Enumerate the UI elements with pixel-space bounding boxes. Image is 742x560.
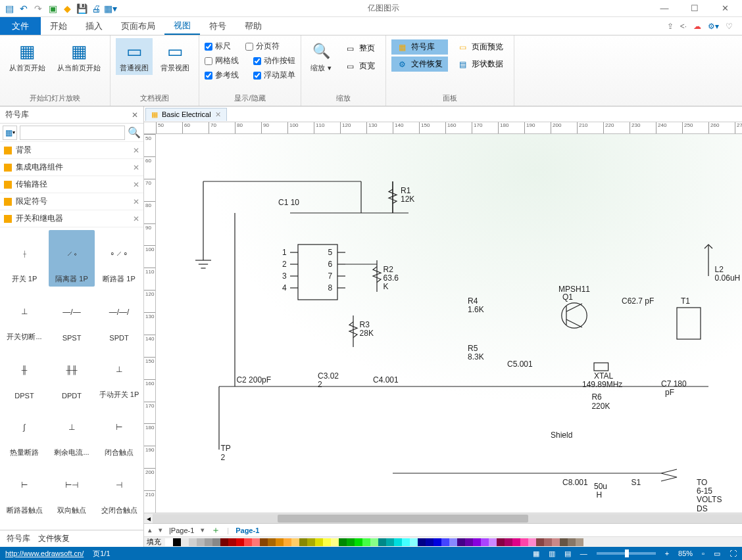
zoom-value[interactable]: 85% [678,549,693,557]
redo-icon[interactable]: ↷ [32,2,45,15]
color-swatch[interactable] [410,538,418,546]
sidebar-tab-restore[interactable]: 文件恢复 [38,533,70,544]
color-swatch[interactable] [473,538,481,546]
color-swatch[interactable] [449,538,457,546]
color-swatch[interactable] [299,538,307,546]
scroll-left-icon[interactable]: ◂ [147,514,151,523]
color-swatch[interactable] [481,538,489,546]
color-swatch[interactable] [355,538,362,546]
color-swatch[interactable] [347,538,355,546]
shape-data-button[interactable]: ▤形状数据 [452,57,508,72]
page-up-icon[interactable]: ▴ [148,526,152,534]
new-icon[interactable]: ▣ [46,2,59,15]
color-swatch[interactable] [165,538,173,546]
from-first-button[interactable]: ▦ 从首页开始 [5,38,49,75]
menu-tab-symbol[interactable]: 符号 [200,17,235,35]
color-swatch[interactable] [189,538,197,546]
menu-tab-layout[interactable]: 页面布局 [112,17,164,35]
shape-cell[interactable]: ∫热量断路 [1,404,47,460]
shape-cell[interactable]: —/—SPST [49,288,95,344]
color-swatch[interactable] [497,538,505,546]
print-icon[interactable]: 🖨 [89,2,103,15]
color-swatch[interactable] [228,538,236,546]
color-swatch[interactable] [528,538,536,546]
color-swatch[interactable] [220,538,228,546]
shape-cell[interactable]: ⊥开关切断... [1,288,47,344]
category-close-icon[interactable]: ✕ [133,163,139,172]
horizontal-scrollbar[interactable]: ◂ ▸ [144,513,742,523]
color-swatch[interactable] [323,538,331,546]
zoom-button[interactable]: 🔍 缩放 ▾ [307,38,335,75]
horizontal-ruler[interactable]: 5060708090100110120130140150160170180190… [144,122,742,134]
pagebreak-checkbox[interactable]: 分页符 [245,41,280,52]
share-link-icon[interactable]: <· [680,22,687,31]
color-swatch[interactable] [512,538,520,546]
save-icon[interactable]: 💾 [75,2,88,15]
search-input[interactable] [20,126,125,140]
menu-tab-help[interactable]: 帮助 [235,17,271,35]
scrollbar-track[interactable] [153,514,742,523]
category-selector[interactable]: ▦▾ [3,126,17,140]
shape-cell[interactable]: ⟊开关 1P [1,230,47,287]
color-swatch[interactable] [544,538,552,546]
background-view-button[interactable]: ▭ 背景视图 [157,38,193,75]
shape-cell[interactable]: ∘⟋∘断路器 1P [96,230,142,287]
color-swatch[interactable] [520,538,528,546]
actionbtn-checkbox[interactable]: 动作按钮 [253,55,295,66]
file-restore-button[interactable]: ⚙文件恢复 [391,57,448,72]
color-swatch[interactable] [291,538,299,546]
guide-checkbox[interactable]: 参考线 [205,70,239,81]
color-swatch[interactable] [536,538,544,546]
color-swatch[interactable] [181,538,189,546]
fit-icon2[interactable]: ▭ [714,549,720,558]
drawing-page[interactable]: C1 10 R112K 1234 5678 R263.6K R328K C2 2… [156,134,742,513]
page-label-2[interactable]: Page-1 [235,526,259,534]
color-swatch[interactable] [568,538,576,546]
color-swatch[interactable] [252,538,260,546]
color-swatch[interactable] [433,538,441,546]
color-swatch[interactable] [268,538,276,546]
view-mode1-icon[interactable]: ▦ [533,549,539,558]
undo-icon[interactable]: ↶ [17,2,30,15]
shape-cell[interactable]: ⟋∘隔离器 1P [49,230,95,287]
fit-page-button[interactable]: ▭整页 [339,41,380,56]
color-swatch[interactable] [370,538,378,546]
floatmenu-checkbox[interactable]: 浮动菜单 [253,70,295,81]
color-swatch[interactable] [197,538,205,546]
logo-icon[interactable]: ▤ [3,2,16,15]
color-swatch[interactable] [426,538,433,546]
color-swatch[interactable] [576,538,583,546]
shape-cell[interactable]: ⊢断路器触点 [1,461,47,518]
color-swatch[interactable] [378,538,386,546]
sidebar-category[interactable]: 集成电路组件✕ [0,159,143,176]
sidebar-category[interactable]: 限定符号✕ [0,193,143,210]
zoom-slider[interactable] [597,552,656,555]
shape-cell[interactable]: ⊣交闭合触点 [96,461,142,518]
shapes-icon[interactable]: ◆ [61,2,74,15]
color-swatch[interactable] [489,538,497,546]
color-swatch[interactable] [205,538,212,546]
color-swatch[interactable] [276,538,284,546]
shape-cell[interactable]: —/—/SPDT [96,288,142,344]
category-close-icon[interactable]: ✕ [133,180,139,189]
menu-tab-insert[interactable]: 插入 [76,17,112,35]
color-swatch[interactable] [552,538,560,546]
color-swatch[interactable] [465,538,473,546]
search-icon[interactable]: 🔍 [128,126,141,139]
file-tab[interactable]: 文件 [0,17,41,35]
document-tab[interactable]: ▦ Basic Electrical ✕ [145,108,227,121]
view-mode2-icon[interactable]: ▥ [549,549,555,558]
menu-tab-start[interactable]: 开始 [41,17,76,35]
color-swatch[interactable] [441,538,449,546]
sidebar-tab-symbols[interactable]: 符号库 [7,533,30,544]
page-preview-button[interactable]: ▭页面预览 [452,39,508,55]
sidebar-close-icon[interactable]: ✕ [132,110,138,120]
color-swatch[interactable] [284,538,291,546]
color-swatch[interactable] [173,538,181,546]
sidebar-category[interactable]: 开关和继电器✕ [0,210,143,227]
fit-width-button[interactable]: ▭页宽 [339,58,380,74]
settings-icon[interactable]: ⚙▾ [708,22,719,31]
category-close-icon[interactable]: ✕ [133,197,139,206]
minimize-button[interactable]: — [650,1,679,16]
category-close-icon[interactable]: ✕ [133,214,139,223]
